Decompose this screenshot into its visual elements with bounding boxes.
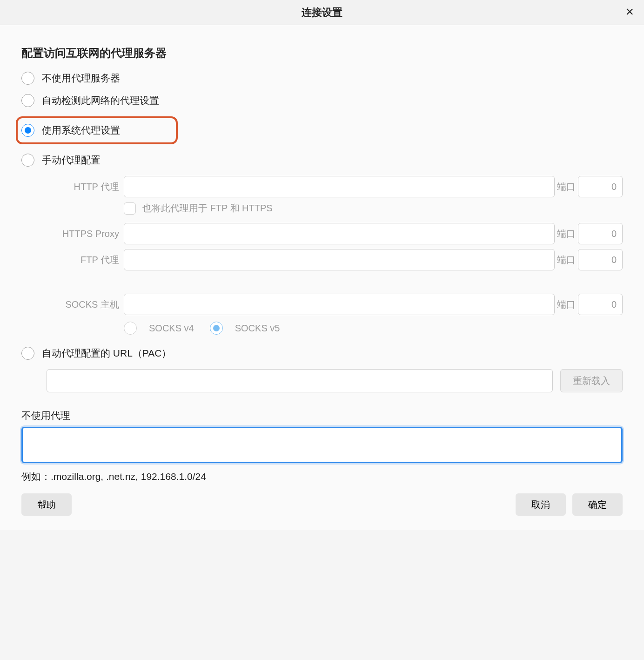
https-proxy-row: HTTPS Proxy 端口 (47, 223, 623, 244)
socks-v5-label: SOCKS v5 (235, 323, 280, 334)
port-label: 端口 (555, 298, 578, 311)
radio-icon[interactable] (21, 124, 34, 137)
port-label: 端口 (555, 181, 578, 193)
http-proxy-label: HTTP 代理 (47, 181, 119, 193)
reload-button[interactable]: 重新载入 (560, 369, 623, 392)
dialog-title: 连接设置 (302, 6, 342, 20)
socks-host-row: SOCKS 主机 端口 (47, 294, 623, 315)
no-proxy-label: 不使用代理 (21, 409, 623, 422)
radio-icon[interactable] (210, 322, 223, 335)
radio-label: 手动代理配置 (42, 154, 101, 167)
radio-icon[interactable] (124, 322, 137, 335)
http-port-input[interactable] (578, 176, 623, 197)
https-port-input[interactable] (578, 223, 623, 244)
radio-icon[interactable] (21, 347, 34, 360)
radio-label: 自动代理配置的 URL（PAC） (42, 347, 171, 360)
radio-pac[interactable]: 自动代理配置的 URL（PAC） (21, 347, 623, 360)
radio-socks-v4[interactable]: SOCKS v4 (124, 322, 194, 335)
radio-system-proxy[interactable]: 使用系统代理设置 (16, 116, 178, 144)
no-proxy-example: 例如：.mozilla.org, .net.nz, 192.168.1.0/24 (21, 470, 623, 483)
dialog-footer: 帮助 取消 确定 (0, 488, 644, 530)
section-title: 配置访问互联网的代理服务器 (21, 46, 623, 61)
http-proxy-input[interactable] (124, 176, 555, 197)
radio-auto-detect[interactable]: 自动检测此网络的代理设置 (21, 94, 623, 107)
socks-port-input[interactable] (578, 294, 623, 315)
radio-label: 使用系统代理设置 (42, 124, 120, 137)
dialog-header: 连接设置 × (0, 0, 644, 25)
radio-icon[interactable] (21, 72, 34, 85)
dialog-body: 配置访问互联网的代理服务器 不使用代理服务器 自动检测此网络的代理设置 使用系统… (0, 25, 644, 488)
ftp-port-input[interactable] (578, 249, 623, 270)
ftp-proxy-label: FTP 代理 (47, 254, 119, 266)
use-for-all-row[interactable]: 也将此代理用于 FTP 和 HTTPS (124, 202, 623, 215)
no-proxy-textarea[interactable] (21, 427, 623, 463)
radio-manual[interactable]: 手动代理配置 (21, 154, 623, 167)
ok-button[interactable]: 确定 (572, 493, 623, 516)
port-label: 端口 (555, 254, 578, 266)
connection-settings-dialog: 连接设置 × 配置访问互联网的代理服务器 不使用代理服务器 自动检测此网络的代理… (0, 0, 644, 530)
radio-label: 不使用代理服务器 (42, 72, 120, 85)
ftp-proxy-row: FTP 代理 端口 (47, 249, 623, 270)
radio-icon[interactable] (21, 94, 34, 107)
close-icon[interactable]: × (625, 5, 634, 19)
checkbox-icon[interactable] (124, 202, 136, 215)
radio-no-proxy[interactable]: 不使用代理服务器 (21, 72, 623, 85)
checkbox-label: 也将此代理用于 FTP 和 HTTPS (142, 202, 273, 215)
http-proxy-row: HTTP 代理 端口 (47, 176, 623, 197)
socks-version-row: SOCKS v4 SOCKS v5 (124, 322, 623, 335)
https-proxy-input[interactable] (124, 223, 555, 244)
pac-row: 重新载入 (47, 369, 623, 392)
radio-label: 自动检测此网络的代理设置 (42, 94, 159, 107)
cancel-button[interactable]: 取消 (516, 493, 566, 516)
help-button[interactable]: 帮助 (21, 493, 72, 516)
manual-proxy-form: HTTP 代理 端口 也将此代理用于 FTP 和 HTTPS HTTPS Pro… (47, 176, 623, 335)
socks-host-label: SOCKS 主机 (47, 298, 119, 311)
ftp-proxy-input[interactable] (124, 249, 555, 270)
port-label: 端口 (555, 228, 578, 240)
socks-host-input[interactable] (124, 294, 555, 315)
https-proxy-label: HTTPS Proxy (47, 229, 119, 239)
pac-url-input[interactable] (47, 369, 553, 392)
socks-v4-label: SOCKS v4 (149, 323, 194, 334)
radio-icon[interactable] (21, 154, 34, 167)
radio-socks-v5[interactable]: SOCKS v5 (210, 322, 280, 335)
